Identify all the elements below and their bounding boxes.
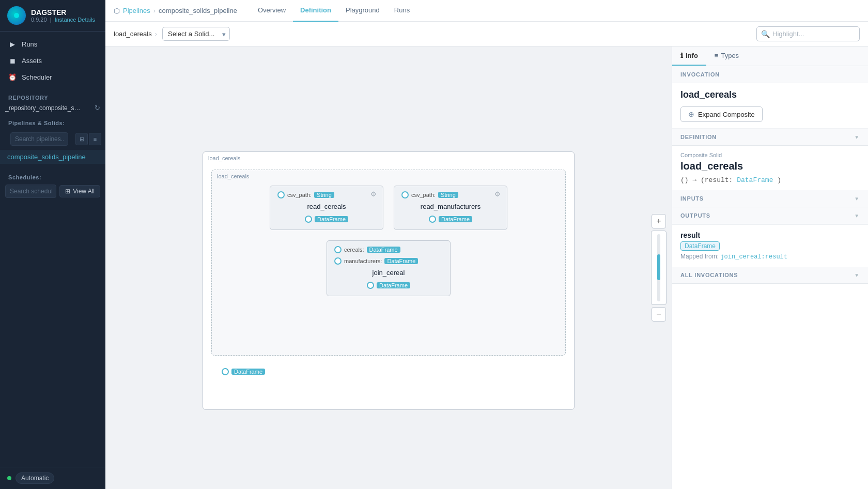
- right-tab-info[interactable]: ℹ Info: [672, 47, 706, 66]
- output-dataframe-type-badge[interactable]: DataFrame: [680, 241, 720, 251]
- pipeline-view-list-icon[interactable]: ≡: [89, 133, 101, 145]
- nav-tabs: Overview Definition Playground Runs: [251, 0, 417, 22]
- composite-node-box: load_cereals csv_path: String read_ce: [211, 170, 566, 356]
- solid-select[interactable]: Select a Solid...: [162, 27, 230, 41]
- node-read-cereals[interactable]: csv_path: String read_cereals ⚙ DataFram…: [270, 186, 383, 230]
- join-output-port: DataFrame: [367, 282, 410, 289]
- highlight-search-wrap: 🔍: [756, 26, 860, 41]
- view-all-icon: ⊞: [65, 188, 70, 195]
- app-name: DAGSTER: [31, 8, 95, 17]
- pipeline-name-breadcrumb: composite_solids_pipeline: [159, 7, 237, 14]
- definition-chevron-icon: ▼: [854, 134, 860, 140]
- read-mfr-gear-icon[interactable]: ⚙: [494, 190, 503, 198]
- invocation-name: load_cereals: [680, 89, 860, 100]
- zoom-in-button[interactable]: +: [652, 214, 666, 228]
- view-all-schedules-button[interactable]: ⊞ View All: [59, 185, 100, 197]
- port-circle: [334, 257, 342, 265]
- pipelines-breadcrumb-link[interactable]: Pipelines: [123, 7, 150, 14]
- breadcrumb-sep: ›: [153, 7, 156, 14]
- inputs-section-header: INPUTS ▼: [672, 190, 868, 207]
- outer-label: load_cereals: [208, 155, 240, 161]
- types-icon: ≡: [715, 52, 719, 59]
- invocation-section-header: INVOCATION: [672, 66, 868, 83]
- right-panel-tabs: ℹ Info ≡ Types: [672, 47, 868, 66]
- status-dot: [7, 476, 11, 480]
- def-signature: () → (result: DataFrame ): [680, 176, 860, 184]
- port-circle: [334, 246, 342, 253]
- mapped-from-link[interactable]: join_cereal:result: [720, 253, 787, 261]
- sidebar-item-assets[interactable]: ◼ Assets: [0, 52, 105, 69]
- port-circle-output: [367, 282, 374, 289]
- mapped-from-label: Mapped from: join_cereal:result: [680, 253, 860, 261]
- solid-breadcrumb: load_cereals ›: [114, 30, 157, 38]
- repository-label: REPOSITORY: [0, 89, 105, 103]
- sidebar-header: DAGSTER 0.9.20 | Instance Details: [0, 0, 105, 32]
- sidebar: DAGSTER 0.9.20 | Instance Details ▶ Runs…: [0, 0, 105, 489]
- sidebar-item-scheduler[interactable]: ⏰ Scheduler: [0, 69, 105, 85]
- output-result-name: result: [680, 231, 860, 239]
- port-circle: [401, 191, 409, 198]
- sidebar-footer: Automatic: [0, 467, 105, 489]
- sidebar-nav: ▶ Runs ◼ Assets ⏰ Scheduler: [0, 32, 105, 89]
- outputs-section-header: OUTPUTS ▼: [672, 207, 868, 224]
- expand-zoom-icon: ⊕: [688, 110, 694, 118]
- main-area: ⬡ Pipelines › composite_solids_pipeline …: [105, 0, 868, 489]
- instance-details-link[interactable]: Instance Details: [55, 17, 95, 23]
- def-solid-name: load_cereals: [680, 160, 860, 172]
- right-panel: ℹ Info ≡ Types INVOCATION load_cereals ⊕…: [672, 47, 868, 489]
- inputs-chevron-icon: ▼: [854, 196, 860, 202]
- pipelines-section-label: Pipelines & Solids:: [0, 115, 105, 128]
- outer-node-box: load_cereals load_cereals csv_path:: [203, 151, 575, 410]
- read-cereals-output-port: DataFrame: [305, 216, 348, 223]
- tab-runs[interactable]: Runs: [387, 0, 417, 22]
- expand-composite-button[interactable]: ⊕ Expand Composite: [680, 106, 763, 122]
- info-icon: ℹ: [680, 52, 683, 59]
- read-mfr-output-port: DataFrame: [429, 216, 472, 223]
- breadcrumb: ⬡ Pipelines › composite_solids_pipeline: [114, 7, 237, 15]
- search-pipelines-input[interactable]: [10, 132, 68, 146]
- zoom-out-button[interactable]: −: [652, 307, 666, 322]
- pipeline-item-composite-solids[interactable]: composite_solids_pipeline: [0, 150, 105, 164]
- zoom-controls: + −: [651, 214, 667, 322]
- port-circle-output: [429, 216, 436, 223]
- all-invocations-chevron-icon: ▼: [854, 272, 860, 278]
- read-cereals-input-port: csv_path: String: [277, 191, 334, 198]
- invocation-panel: load_cereals ⊕ Expand Composite: [672, 83, 868, 129]
- sub-header: load_cereals › Select a Solid... 🔍: [105, 22, 868, 47]
- outputs-chevron-icon: ▼: [854, 213, 860, 219]
- pipeline-view-grid-icon[interactable]: ⊞: [75, 133, 88, 145]
- zoom-slider[interactable]: [651, 231, 667, 305]
- highlight-search-input[interactable]: [756, 26, 860, 41]
- join-input-manufacturers: manufacturers: DataFrame: [334, 257, 443, 265]
- read-mfr-input-port: csv_path: String: [401, 191, 458, 198]
- node-title-join-cereal: join_cereal: [334, 269, 443, 277]
- bottom-output: DataFrame: [211, 363, 566, 375]
- runs-icon: ▶: [8, 40, 17, 48]
- content-area: load_cereals load_cereals csv_path:: [105, 47, 868, 489]
- repository-refresh-icon[interactable]: ↻: [95, 104, 100, 112]
- definition-panel: Composite Solid load_cereals () → (resul…: [672, 146, 868, 190]
- def-type-label: Composite Solid: [680, 152, 860, 158]
- sidebar-item-runs[interactable]: ▶ Runs: [0, 36, 105, 52]
- tab-definition[interactable]: Definition: [293, 0, 338, 22]
- graph-canvas: load_cereals load_cereals csv_path:: [105, 47, 672, 489]
- right-tab-types[interactable]: ≡ Types: [706, 47, 747, 66]
- zoom-thumb: [657, 254, 660, 280]
- solid-selector-wrap: Select a Solid...: [162, 27, 230, 41]
- port-circle-output: [305, 216, 312, 223]
- auto-badge[interactable]: Automatic: [16, 472, 54, 484]
- node-read-manufacturers[interactable]: csv_path: String read_manufacturers ⚙ Da…: [394, 186, 507, 230]
- repository-name: _repository_composite_solid:: [5, 104, 83, 112]
- search-schedules-input[interactable]: [5, 185, 56, 198]
- port-circle: [277, 191, 285, 198]
- port-circle-outer-output: [222, 368, 229, 375]
- read-cereals-gear-icon[interactable]: ⚙: [370, 190, 379, 198]
- top-nodes-row: csv_path: String read_cereals ⚙ DataFram…: [219, 186, 558, 230]
- schedules-label: Schedules:: [0, 169, 105, 182]
- tab-overview[interactable]: Overview: [251, 0, 293, 22]
- tab-playground[interactable]: Playground: [338, 0, 387, 22]
- outer-output-port: DataFrame: [222, 368, 265, 375]
- dataframe-type-link-sig[interactable]: DataFrame: [737, 176, 773, 184]
- solid-name-crumb: load_cereals: [114, 30, 152, 38]
- node-join-cereal[interactable]: cereals: DataFrame manufacturers: DataFr…: [327, 240, 451, 296]
